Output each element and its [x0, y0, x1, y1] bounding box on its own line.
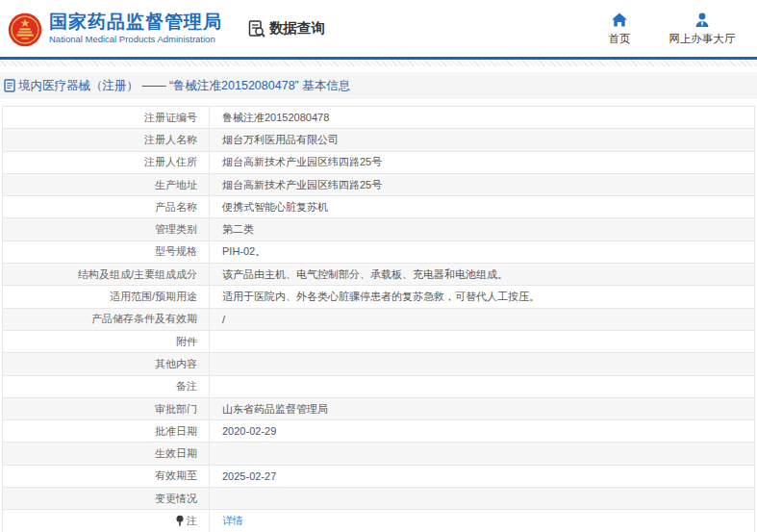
row-value	[210, 376, 754, 397]
row-label: 产品储存条件及有效期	[3, 309, 210, 330]
pin-icon	[175, 515, 185, 526]
row-value: 2025-02-27	[210, 466, 754, 487]
nav-service-hall-label: 网上办事大厅	[669, 32, 736, 46]
row-value: PIH-02。	[210, 241, 754, 263]
breadcrumb-text: 境内医疗器械（注册） —— “鲁械注准20152080478” 基本信息	[18, 78, 350, 94]
row-label: 注册人住所	[3, 152, 210, 173]
table-row: 适用范围/预期用途适用于医院内、外各类心脏骤停患者的复苏急救，可替代人工按压。	[3, 286, 754, 308]
table-row: 注册证编号鲁械注准20152080478	[3, 107, 754, 129]
breadcrumb: 境内医疗器械（注册） —— “鲁械注准20152080478” 基本信息	[0, 72, 757, 99]
nav-home[interactable]: 首页	[578, 12, 661, 46]
info-table: 注册证编号鲁械注准20152080478注册人名称烟台万利医用品有限公司注册人住…	[2, 106, 755, 532]
row-label: 有效期至	[3, 466, 210, 487]
row-label: 其他内容	[3, 353, 210, 374]
row-label: 注	[3, 510, 210, 531]
national-emblem-logo	[8, 13, 42, 47]
site-title: 国家药品监督管理局	[49, 13, 222, 33]
table-row: 产品名称便携式智能心脏复苏机	[3, 196, 754, 218]
table-row: 其他内容	[3, 353, 754, 375]
row-label: 适用范围/预期用途	[3, 286, 210, 307]
document-search-icon	[247, 19, 266, 38]
row-label: 批准日期	[3, 420, 210, 442]
row-value	[210, 353, 754, 374]
user-icon	[694, 12, 711, 29]
table-row: 变更情况	[3, 488, 754, 510]
table-row: 型号规格PIH-02。	[3, 241, 754, 264]
row-label: 附件	[3, 331, 210, 352]
row-label: 变更情况	[3, 488, 210, 509]
home-icon	[611, 12, 628, 29]
table-row: 注册人名称烟台万利医用品有限公司	[3, 129, 754, 151]
table-row: 注详情	[3, 510, 754, 532]
row-label: 审批部门	[3, 398, 210, 419]
table-row: 备注	[3, 376, 754, 398]
row-value	[210, 443, 754, 464]
row-label: 备注	[3, 376, 210, 397]
table-row: 生效日期	[3, 443, 754, 465]
row-label: 产品名称	[3, 196, 210, 217]
row-value: 山东省药品监督管理局	[210, 398, 754, 419]
table-row: 结构及组成/主要组成成分该产品由主机、电气控制部分、承载板、充电器和电池组成。	[3, 264, 754, 286]
row-label: 结构及组成/主要组成成分	[3, 264, 210, 285]
row-value: 烟台高新技术产业园区纬四路25号	[210, 152, 754, 173]
row-value: 第二类	[210, 218, 754, 240]
table-row: 管理类别第二类	[3, 218, 754, 241]
table-row: 附件	[3, 331, 754, 353]
data-query-label: 数据查询	[269, 19, 325, 38]
table-row: 注册人住所烟台高新技术产业园区纬四路25号	[3, 152, 754, 174]
site-title-block: 国家药品监督管理局 National Medical Products Admi…	[49, 13, 222, 44]
row-label: 管理类别	[3, 218, 210, 240]
row-value: 烟台万利医用品有限公司	[210, 129, 754, 150]
header: 国家药品监督管理局 National Medical Products Admi…	[0, 0, 757, 60]
nav-home-label: 首页	[609, 32, 631, 46]
row-label: 生产地址	[3, 174, 210, 195]
site-subtitle: National Medical Products Administration	[49, 35, 222, 44]
row-label: 型号规格	[3, 241, 210, 263]
table-row: 审批部门山东省药品监督管理局	[3, 398, 754, 420]
data-query-button[interactable]: 数据查询	[247, 19, 325, 38]
row-value: 便携式智能心脏复苏机	[210, 196, 754, 217]
row-label: 注册证编号	[3, 107, 210, 128]
row-value	[210, 488, 754, 509]
hatch-divider	[0, 60, 757, 66]
detail-link[interactable]: 详情	[222, 514, 243, 528]
table-row: 批准日期2020-02-29	[3, 420, 754, 443]
table-row: 产品储存条件及有效期/	[3, 309, 754, 331]
nav-service-hall[interactable]: 网上办事大厅	[661, 12, 744, 46]
row-value: 详情	[210, 510, 754, 531]
row-value	[210, 331, 754, 352]
table-row: 生产地址烟台高新技术产业园区纬四路25号	[3, 174, 754, 196]
row-value: 鲁械注准20152080478	[210, 107, 754, 128]
row-value: 烟台高新技术产业园区纬四路25号	[210, 174, 754, 195]
row-value: 该产品由主机、电气控制部分、承载板、充电器和电池组成。	[210, 264, 754, 285]
row-value: 2020-02-29	[210, 420, 754, 442]
row-label: 注册人名称	[3, 129, 210, 150]
table-row: 有效期至2025-02-27	[3, 466, 754, 488]
row-value: /	[210, 309, 754, 330]
row-label: 生效日期	[3, 443, 210, 464]
page-icon	[4, 79, 15, 92]
row-value: 适用于医院内、外各类心脏骤停患者的复苏急救，可替代人工按压。	[210, 286, 754, 307]
